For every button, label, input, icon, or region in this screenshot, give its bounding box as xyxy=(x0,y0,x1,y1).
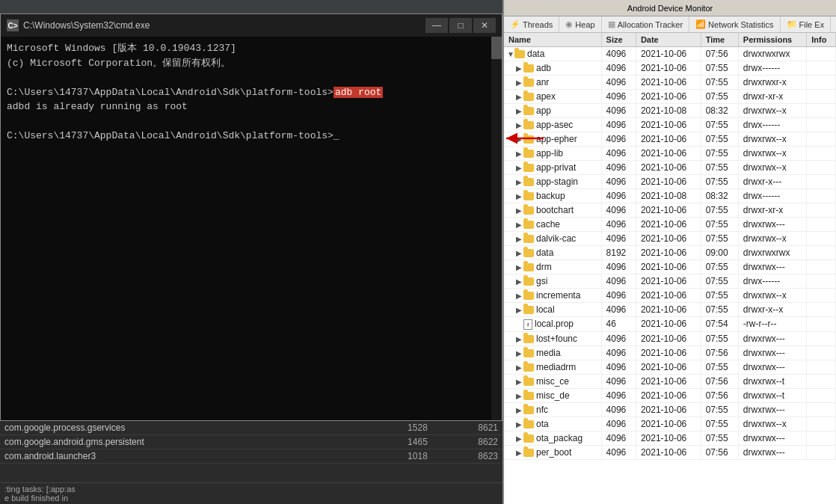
file-time: 07:56 xyxy=(701,388,738,402)
list-item[interactable]: ▶ mediadrm 4096 2021-10-06 07:55 drwxrwx… xyxy=(504,360,836,374)
file-name[interactable]: ▶ ota_packag xyxy=(504,431,601,445)
file-time: 07:56 xyxy=(701,374,738,388)
tab-heap[interactable]: ◉ Heap xyxy=(559,16,601,32)
file-name[interactable]: ▶ anr xyxy=(504,76,601,90)
table-row: com.google.android.gms.persistent1465862… xyxy=(0,435,502,449)
file-name[interactable]: ▶ per_boot xyxy=(504,445,601,459)
expand-arrow[interactable]: ▶ xyxy=(516,107,523,115)
file-name[interactable]: ▶ lost+founc xyxy=(504,331,601,345)
expand-arrow[interactable]: ▶ xyxy=(516,292,523,300)
expand-arrow[interactable]: ▶ xyxy=(516,192,523,200)
expand-arrow[interactable]: ▶ xyxy=(516,406,523,414)
file-name[interactable]: ▶ media xyxy=(504,345,601,360)
expand-arrow[interactable]: ▶ xyxy=(516,235,523,243)
file-name[interactable]: ▶ incrementa xyxy=(504,289,601,303)
expand-arrow[interactable]: ▶ xyxy=(516,64,523,73)
list-item[interactable]: ▶ misc_de 4096 2021-10-06 07:56 drwxrwx-… xyxy=(504,388,836,402)
list-item[interactable]: ▶ per_boot 4096 2021-10-06 07:56 drwxrwx… xyxy=(504,445,836,459)
list-item[interactable]: ▶ app 4096 2021-10-08 08:32 drwxrwx--x xyxy=(504,104,836,118)
expand-arrow[interactable]: ▶ xyxy=(516,335,523,343)
expand-arrow[interactable]: ▶ xyxy=(516,277,523,286)
expand-arrow[interactable]: ▶ xyxy=(516,249,523,257)
list-item[interactable]: ▶ app-epher 4096 2021-10-06 07:55 drwxrw… xyxy=(504,132,836,147)
list-item[interactable]: ▶ anr 4096 2021-10-06 07:55 drwxrwxr-x xyxy=(504,76,836,90)
expand-arrow[interactable]: ▶ xyxy=(516,178,523,186)
file-name[interactable]: ▶ misc_ce xyxy=(504,374,601,388)
close-button[interactable]: ✕ xyxy=(473,18,496,33)
expand-arrow[interactable]: ▶ xyxy=(516,150,523,158)
expand-arrow[interactable]: ▶ xyxy=(516,434,523,443)
file-name[interactable]: ▶ adb xyxy=(504,61,601,76)
list-item[interactable]: ▶ media 4096 2021-10-06 07:56 drwxrwx--- xyxy=(504,345,836,360)
list-item[interactable]: ▶ ota_packag 4096 2021-10-06 07:55 drwxr… xyxy=(504,431,836,445)
expand-arrow[interactable]: ▶ xyxy=(516,363,523,372)
list-item[interactable]: ▶ gsi 4096 2021-10-06 07:55 drwx------ xyxy=(504,274,836,289)
file-name[interactable]: ▶ backup xyxy=(504,189,601,203)
list-item[interactable]: ▶ misc_ce 4096 2021-10-06 07:56 drwxrwx-… xyxy=(504,374,836,388)
list-item[interactable]: ▶ nfc 4096 2021-10-06 07:55 drwxrwx--- xyxy=(504,402,836,417)
maximize-button[interactable]: □ xyxy=(449,18,472,33)
list-item[interactable]: ▶ app-asec 4096 2021-10-06 07:55 drwx---… xyxy=(504,118,836,132)
list-item[interactable]: flocal.prop 46 2021-10-06 07:54 -rw-r--r… xyxy=(504,317,836,332)
expand-arrow[interactable]: ▶ xyxy=(516,306,523,314)
file-name[interactable]: ▶ cache xyxy=(504,218,601,232)
list-item[interactable]: ▶ adb 4096 2021-10-06 07:55 drwx------ xyxy=(504,61,836,76)
file-name[interactable]: ▶ mediadrm xyxy=(504,360,601,374)
file-name[interactable]: ▶ app-stagin xyxy=(504,175,601,189)
list-item[interactable]: ▶ drm 4096 2021-10-06 07:55 drwxrwx--- xyxy=(504,260,836,274)
file-name[interactable]: ▶ app-privat xyxy=(504,161,601,175)
expand-arrow[interactable]: ▶ xyxy=(516,392,523,400)
file-name[interactable]: ▶ misc_de xyxy=(504,388,601,402)
file-name[interactable]: ▶ ota xyxy=(504,417,601,431)
list-item[interactable]: ▶ bootchart 4096 2021-10-06 07:55 drwxr-… xyxy=(504,203,836,218)
tab-threads[interactable]: ⚡ Threads xyxy=(504,16,559,32)
file-name[interactable]: ▶ app xyxy=(504,104,601,118)
list-item[interactable]: ▶ dalvik-cac 4096 2021-10-06 07:55 drwxr… xyxy=(504,232,836,246)
file-name[interactable]: ▶ data xyxy=(504,246,601,260)
list-item[interactable]: ▶ app-lib 4096 2021-10-06 07:55 drwxrwx-… xyxy=(504,147,836,161)
file-name[interactable]: ▶ nfc xyxy=(504,402,601,417)
expand-arrow[interactable]: ▶ xyxy=(516,206,523,215)
list-item[interactable]: ▶ ota 4096 2021-10-06 07:55 drwxrwx--x xyxy=(504,417,836,431)
list-item[interactable]: ▶ local 4096 2021-10-06 07:55 drwxr-x--x xyxy=(504,303,836,317)
file-name[interactable]: flocal.prop xyxy=(504,317,601,332)
file-name[interactable]: ▶ app-lib xyxy=(504,147,601,161)
expand-arrow[interactable]: ▶ xyxy=(516,263,523,271)
tab-file-explorer[interactable]: 📁 File Ex xyxy=(781,16,832,32)
file-table: Name Size Date Time Permissions Info ▼ d… xyxy=(504,33,836,460)
list-item[interactable]: ▼ data 4096 2021-10-06 07:56 drwxrwxrwx xyxy=(504,47,836,61)
expand-arrow[interactable]: ▶ xyxy=(516,420,523,428)
file-name[interactable]: ▶ app-asec xyxy=(504,118,601,132)
file-explorer[interactable]: Name Size Date Time Permissions Info ▼ d… xyxy=(504,33,836,504)
tab-network[interactable]: 📶 Network Statistics xyxy=(689,16,780,32)
expand-arrow[interactable]: ▶ xyxy=(516,378,523,386)
tab-allocation[interactable]: ▦ Allocation Tracker xyxy=(602,16,689,32)
list-item[interactable]: ▶ app-stagin 4096 2021-10-06 07:55 drwxr… xyxy=(504,175,836,189)
file-name[interactable]: ▶ gsi xyxy=(504,274,601,289)
list-item[interactable]: ▶ apex 4096 2021-10-06 07:55 drwxr-xr-x xyxy=(504,90,836,104)
cmd-scrollbar[interactable] xyxy=(491,37,502,420)
list-item[interactable]: ▶ backup 4096 2021-10-08 08:32 drwx-----… xyxy=(504,189,836,203)
file-name[interactable]: ▼ data xyxy=(504,47,601,61)
file-name[interactable]: ▶ drm xyxy=(504,260,601,274)
expand-arrow[interactable]: ▶ xyxy=(516,349,523,357)
file-name[interactable]: ▶ apex xyxy=(504,90,601,104)
expand-arrow[interactable]: ▼ xyxy=(507,50,514,58)
minimize-button[interactable]: — xyxy=(425,18,448,33)
expand-arrow[interactable]: ▶ xyxy=(516,79,523,87)
expand-arrow[interactable]: ▶ xyxy=(516,164,523,172)
file-name[interactable]: ▶ local xyxy=(504,303,601,317)
expand-arrow[interactable]: ▶ xyxy=(516,93,523,101)
expand-arrow[interactable]: ▶ xyxy=(516,121,523,129)
file-name[interactable]: ▶ bootchart xyxy=(504,203,601,218)
expand-arrow[interactable]: ▶ xyxy=(516,449,523,457)
adm-title: Android Device Monitor xyxy=(508,4,832,13)
table-header: Name Size Date Time Permissions Info xyxy=(504,33,836,47)
list-item[interactable]: ▶ data 8192 2021-10-06 09:00 drwxrwxrwx xyxy=(504,246,836,260)
list-item[interactable]: ▶ cache 4096 2021-10-06 07:55 drwxrwx--- xyxy=(504,218,836,232)
list-item[interactable]: ▶ incrementa 4096 2021-10-06 07:55 drwxr… xyxy=(504,289,836,303)
list-item[interactable]: ▶ app-privat 4096 2021-10-06 07:55 drwxr… xyxy=(504,161,836,175)
list-item[interactable]: ▶ lost+founc 4096 2021-10-06 07:55 drwxr… xyxy=(504,331,836,345)
file-name[interactable]: ▶ dalvik-cac xyxy=(504,232,601,246)
expand-arrow[interactable]: ▶ xyxy=(516,221,523,229)
